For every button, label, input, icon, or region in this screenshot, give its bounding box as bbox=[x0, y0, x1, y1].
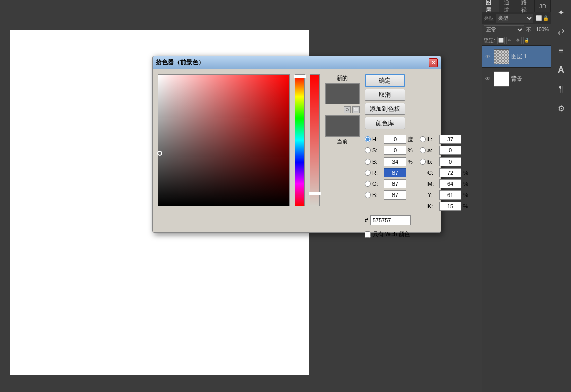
layer-item-0[interactable]: 👁 图层 1 bbox=[482, 46, 551, 68]
g-radio[interactable] bbox=[365, 181, 371, 187]
y-value[interactable] bbox=[439, 190, 461, 200]
y-unit: % bbox=[463, 192, 471, 198]
b-value[interactable] bbox=[384, 157, 406, 166]
l-row: L: bbox=[420, 134, 471, 144]
web-checkbox-row: 只有 Web 颜色 bbox=[365, 230, 471, 238]
current-color-swatch bbox=[325, 115, 360, 137]
tool-lines-icon[interactable]: ≡ bbox=[553, 43, 569, 59]
y-row: Y: % bbox=[420, 190, 471, 200]
r-row: R: bbox=[365, 168, 416, 178]
layer-eye-0[interactable]: 👁 bbox=[484, 53, 492, 61]
b-lab-value[interactable] bbox=[439, 157, 461, 166]
a-value[interactable] bbox=[439, 146, 461, 155]
web-only-checkbox[interactable] bbox=[365, 231, 371, 238]
add-swatch-button[interactable]: 添加到色板 bbox=[365, 103, 405, 115]
ok-button[interactable]: 确定 bbox=[365, 74, 405, 87]
c-value[interactable] bbox=[439, 168, 461, 177]
tab-layers[interactable]: 图层 bbox=[482, 0, 499, 12]
tool-para-icon[interactable]: ¶ bbox=[553, 81, 569, 97]
b-row: B: % bbox=[365, 156, 416, 167]
h-value[interactable] bbox=[384, 135, 406, 144]
b-rgb-radio[interactable] bbox=[365, 192, 371, 198]
cancel-button[interactable]: 取消 bbox=[365, 89, 405, 101]
c-unit: % bbox=[463, 170, 471, 176]
dialog-close-button[interactable]: ✕ bbox=[429, 58, 438, 67]
s-unit: % bbox=[408, 147, 416, 153]
b-radio[interactable] bbox=[365, 159, 371, 165]
lock-position-btn[interactable]: ✥ bbox=[515, 37, 522, 44]
new-color-swatch bbox=[325, 83, 360, 104]
hex-input[interactable] bbox=[370, 215, 411, 225]
g-label: G: bbox=[372, 181, 382, 187]
search-label: 类型 bbox=[484, 15, 494, 22]
blend-mode-select[interactable]: 正常 bbox=[484, 25, 524, 34]
s-label: S: bbox=[372, 147, 382, 153]
l-radio[interactable] bbox=[420, 136, 426, 142]
a-radio[interactable] bbox=[420, 147, 426, 153]
current-label: 当前 bbox=[337, 138, 348, 145]
layer-eye-1[interactable]: 👁 bbox=[484, 75, 492, 83]
g-value[interactable] bbox=[384, 179, 406, 188]
hue-slider[interactable] bbox=[295, 74, 305, 206]
s-value[interactable] bbox=[384, 146, 406, 155]
filter-icon2[interactable]: 🔒 bbox=[543, 15, 549, 21]
k-value[interactable] bbox=[439, 202, 461, 211]
right-toolbar: ✦ ⇄ ≡ A ¶ ⚙ bbox=[551, 0, 571, 392]
g-row: G: bbox=[365, 179, 416, 189]
tab-3d[interactable]: 3D bbox=[535, 0, 551, 12]
c-label: C: bbox=[427, 170, 438, 176]
l-label: L: bbox=[427, 136, 438, 142]
y-label: Y: bbox=[427, 192, 438, 198]
hsb-lab-left: H: 度 S: % B: bbox=[365, 134, 416, 211]
preview-icon-2[interactable]: ⬜ bbox=[352, 106, 360, 113]
layer-name-0: 图层 1 bbox=[511, 53, 549, 60]
web-only-label: 只有 Web 颜色 bbox=[373, 230, 410, 238]
h-row: H: 度 bbox=[365, 134, 416, 144]
lock-icons-group: ⬜ ✏ ✥ 🔒 bbox=[497, 37, 530, 44]
tool-arrows-icon[interactable]: ⇄ bbox=[553, 23, 569, 40]
panel-tabs: 图层 通道 路径 3D bbox=[482, 0, 551, 12]
b-unit: % bbox=[408, 159, 416, 165]
lock-row: 锁定: ⬜ ✏ ✥ 🔒 bbox=[482, 35, 551, 46]
s-radio[interactable] bbox=[365, 147, 371, 153]
color-preview-section: 新的 ⬡ ⬜ 当前 bbox=[325, 74, 360, 227]
lock-label: 锁定: bbox=[484, 37, 495, 44]
tab-paths[interactable]: 路径 bbox=[517, 0, 535, 12]
k-label: K: bbox=[427, 203, 438, 209]
layers-panel: 图层 通道 路径 3D 类型 类型 ⬜ 🔒 正常 不 100% 锁定: ⬜ ✏ … bbox=[482, 0, 551, 392]
tab-channels[interactable]: 通道 bbox=[499, 0, 517, 12]
tool-text-icon[interactable]: A bbox=[553, 62, 569, 78]
m-unit: % bbox=[463, 181, 471, 187]
tool-wrench-icon[interactable]: ⚙ bbox=[553, 100, 569, 116]
layer-type-select[interactable]: 类型 bbox=[496, 14, 533, 23]
h-radio[interactable] bbox=[365, 136, 371, 142]
s-row: S: % bbox=[365, 145, 416, 155]
controls-section: 确定 取消 添加到色板 颜色库 H: 度 bbox=[365, 74, 471, 227]
preview-icon-1[interactable]: ⬡ bbox=[344, 106, 351, 113]
b-lab-radio[interactable] bbox=[420, 159, 426, 165]
a-label: a: bbox=[427, 147, 438, 153]
layer-name-1: 背景 bbox=[511, 75, 549, 83]
m-label: M: bbox=[427, 181, 438, 187]
r-value[interactable] bbox=[384, 168, 406, 177]
b-rgb-label: B: bbox=[372, 192, 382, 198]
h-unit: 度 bbox=[408, 136, 416, 143]
m-value[interactable] bbox=[439, 179, 461, 188]
layer-thumb-0 bbox=[494, 49, 509, 64]
tool-fork-icon[interactable]: ✦ bbox=[553, 4, 569, 20]
color-lib-button[interactable]: 颜色库 bbox=[365, 117, 405, 129]
filter-icon1[interactable]: ⬜ bbox=[536, 15, 542, 21]
b-label: B: bbox=[372, 159, 382, 165]
lock-paint-btn[interactable]: ✏ bbox=[506, 37, 513, 44]
color-gradient-box[interactable] bbox=[158, 74, 290, 206]
lock-all-btn[interactable]: 🔒 bbox=[523, 37, 530, 44]
layer-item-1[interactable]: 👁 背景 bbox=[482, 68, 551, 90]
alpha-slider[interactable] bbox=[310, 74, 320, 206]
b-rgb-value[interactable] bbox=[384, 190, 406, 200]
r-radio[interactable] bbox=[365, 170, 371, 176]
k-row: K: % bbox=[420, 201, 471, 211]
lock-transparent-btn[interactable]: ⬜ bbox=[497, 37, 505, 44]
new-label: 新的 bbox=[337, 74, 348, 82]
l-value[interactable] bbox=[439, 135, 461, 144]
opacity-label: 不 bbox=[526, 26, 531, 33]
